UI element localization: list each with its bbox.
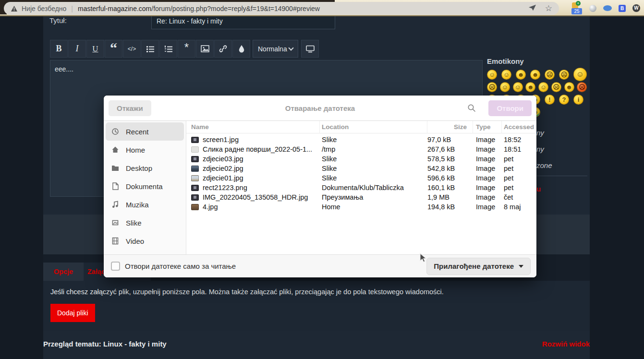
file-row[interactable]: rect21223.pngDokumenta/Klub/Tabliczka160…	[186, 183, 536, 192]
screen: Tytuł: Re: Linux - fakty i mity B I U “ …	[0, 0, 644, 359]
monitor-icon	[306, 45, 315, 53]
search-icon[interactable]	[467, 104, 476, 112]
security-label[interactable]: Није безбедно	[22, 5, 66, 12]
expand-view-link[interactable]: Rozwiń widok	[542, 340, 590, 348]
clock-icon	[111, 128, 119, 135]
insert-link-button[interactable]	[214, 40, 232, 58]
file-thumbnail-icon	[191, 204, 199, 210]
sidebar-item-label: Home	[126, 146, 145, 154]
emoticon-exclaim[interactable]: !	[545, 95, 555, 105]
code-button[interactable]: </>	[123, 40, 141, 58]
ordered-list-button[interactable]	[159, 40, 177, 58]
sidebar-item-label: Desktop	[126, 164, 152, 172]
emoticon-idea[interactable]: i	[573, 95, 583, 105]
sidebar-item-home[interactable]: Home	[106, 141, 184, 159]
tab-opcje[interactable]: Opcje	[43, 263, 84, 281]
fullscreen-preview-button[interactable]	[301, 40, 319, 58]
message-text: eee....	[55, 65, 73, 73]
column-type[interactable]: Type	[473, 121, 502, 133]
title-label: Tytuł:	[49, 16, 67, 24]
underline-button[interactable]: U	[86, 40, 104, 58]
emoticon-sad[interactable]: ☹	[545, 70, 555, 80]
emoticon-facepalm[interactable]: ☺	[573, 68, 587, 81]
readonly-label: Отвори датотеке само за читање	[125, 262, 236, 270]
emoticon-shock[interactable]: ☹	[487, 82, 497, 92]
quote-button[interactable]: “	[105, 40, 122, 58]
url-path: /forum/posting.php?mode=reply&f=19&t=149…	[151, 5, 320, 12]
file-row[interactable]: screen1.jpgSlike97,0 kBImage18:52	[186, 135, 536, 144]
file-thumbnail-icon	[191, 175, 199, 181]
sidebar-item-label: Recent	[126, 128, 149, 136]
bbcode-toolbar: B I U “ </> *	[50, 40, 319, 58]
file-row[interactable]: IMG_20220405_135058_HDR.jpgПреузимања1,9…	[186, 192, 536, 202]
column-name[interactable]: Name	[186, 121, 320, 133]
emoticon-devil-smirk[interactable]: ☻	[516, 70, 526, 80]
file-name: rect21223.png	[203, 184, 247, 191]
sidebar-item-muzika[interactable]: Muzika	[106, 195, 184, 214]
open-button[interactable]: Отвори	[488, 100, 532, 116]
droplet-icon	[238, 45, 245, 53]
send-icon[interactable]	[528, 4, 536, 13]
places-sidebar: RecentHomeDesktopDokumentaMuzikaSlikeVid…	[104, 121, 186, 254]
emoticon-cool[interactable]: ☻	[525, 82, 535, 92]
emoticon-grin[interactable]: ☺	[487, 70, 497, 80]
w-extension-icon[interactable]: W	[632, 4, 640, 12]
column-size[interactable]: Size	[427, 121, 473, 133]
readonly-checkbox[interactable]	[111, 262, 120, 271]
globe-extension-icon[interactable]	[589, 5, 596, 12]
bullet-list-icon	[146, 45, 155, 53]
file-thumbnail-icon	[191, 185, 199, 191]
file-rows: screen1.jpgSlike97,0 kBImage18:52Слика р…	[186, 133, 536, 212]
extension-puzzle-icon[interactable]: + 25	[571, 2, 583, 14]
sidebar-item-dokumenta[interactable]: Dokumenta	[106, 177, 184, 195]
italic-button[interactable]: I	[68, 40, 86, 58]
asterisk-button[interactable]: *	[178, 40, 195, 58]
file-row[interactable]: zdjecie03.jpgSlike578,5 kBImagepet	[186, 154, 536, 164]
file-name: IMG_20220405_135058_HDR.jpg	[203, 193, 308, 201]
emoticon-grr[interactable]: ☹	[551, 82, 561, 92]
emoticon-eek[interactable]: ☺	[500, 82, 510, 92]
emoticon-devil-razz[interactable]: ☻	[530, 70, 540, 80]
file-name: zdjecie01.jpg	[203, 174, 243, 182]
browser-toolbar: Није безбедно | masterful-magazine.com/f…	[0, 0, 644, 16]
file-name: 4.jpg	[203, 203, 218, 211]
sidebar-item-desktop[interactable]: Desktop	[106, 159, 184, 177]
file-row[interactable]: zdjecie01.jpgSlike596,6 kBImagepet	[186, 173, 536, 183]
emoticon-question[interactable]: ?	[559, 95, 569, 105]
emoticon-smile[interactable]: ☺	[501, 70, 511, 80]
sidebar-item-label: Video	[126, 237, 144, 245]
emoticon-link-fragment[interactable]: ny	[536, 145, 544, 153]
emoticon-link-fragment[interactable]: ny	[536, 129, 544, 137]
emoticon-laugh[interactable]: ☺	[538, 82, 548, 92]
url-bar[interactable]: Није безбедно | masterful-magazine.com/f…	[4, 2, 559, 15]
cancel-button[interactable]: Откажи	[109, 100, 151, 116]
sidebar-item-slike[interactable]: Slike	[106, 214, 184, 232]
star-icon[interactable]: ☆	[545, 4, 552, 12]
column-accessed[interactable]: Accessed	[502, 121, 536, 133]
bold-button[interactable]: B	[50, 40, 68, 58]
insert-image-button[interactable]	[196, 40, 214, 58]
file-row[interactable]: Слика радне површи_2022-05-1.../tmp267,6…	[186, 144, 536, 154]
b-extension-icon[interactable]: B	[619, 5, 626, 12]
emoticon-mellow[interactable]: ☺	[513, 82, 523, 92]
red-link-fragment[interactable]: u	[536, 185, 541, 193]
file-row[interactable]: zdjecie02.jpgSlike542,8 kBImagepet	[186, 164, 536, 173]
oval-extension-icon[interactable]	[603, 5, 612, 11]
sidebar-item-video[interactable]: Video	[106, 232, 184, 250]
emoticon-razz[interactable]: ☻	[564, 82, 574, 92]
column-location[interactable]: Location	[320, 121, 427, 133]
add-files-button[interactable]: Dodaj pliki	[50, 304, 95, 322]
emoticon-cry[interactable]: ☹	[559, 70, 569, 80]
sidebar-item-recent[interactable]: Recent	[106, 122, 184, 141]
format-select[interactable]: Normalna	[253, 40, 298, 58]
file-row[interactable]: 4.jpgHome194,8 kBImage8 maj	[186, 202, 536, 212]
bullet-list-button[interactable]	[141, 40, 159, 58]
sidebar-item-label: Muzika	[126, 201, 149, 209]
file-filter-button[interactable]: Прилагођене датотеке	[426, 258, 531, 275]
emoticon-link-fragment[interactable]: zone	[536, 161, 552, 169]
image-icon	[201, 45, 209, 52]
attachments-panel: Jeśli chcesz załączyć plik, uzupełnij po…	[43, 281, 590, 331]
extensions-area: + 25 B W	[571, 1, 640, 15]
font-color-button[interactable]	[232, 40, 250, 58]
emoticon-angry[interactable]: ☹	[577, 82, 587, 92]
